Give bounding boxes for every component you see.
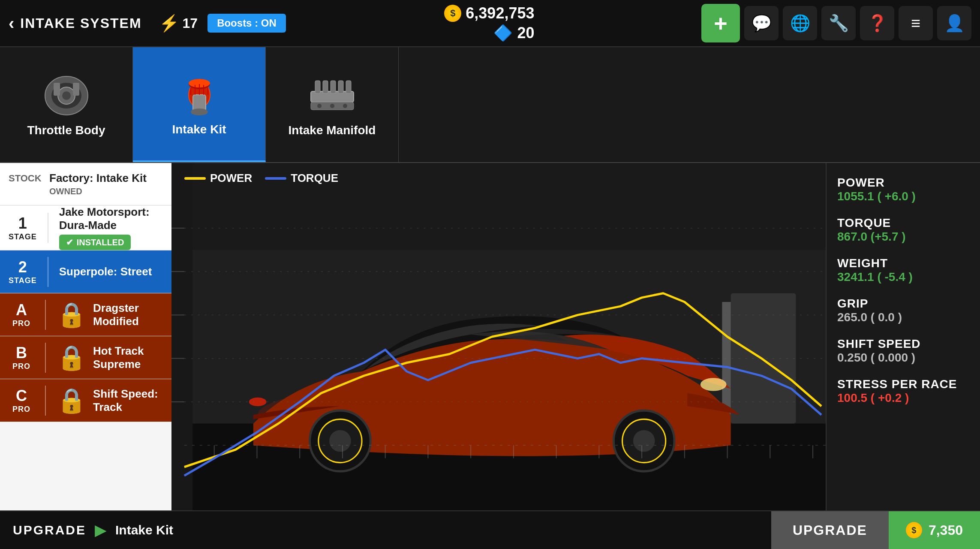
shift-speed-label: SHIFT SPEED (837, 337, 969, 351)
stat-weight: WEIGHT 3241.1 ( -5.4 ) (837, 256, 969, 284)
stageB-upgrade-item[interactable]: B PRO 🔒 Hot Track Supreme (0, 336, 171, 379)
stock-upgrade-item[interactable]: STOCK Factory: Intake Kit OWNED (0, 163, 171, 205)
back-button[interactable]: ‹ INTAKE SYSTEM (9, 14, 142, 33)
menu-button[interactable]: ≡ (899, 6, 933, 40)
stage2-name: Superpole: Street (59, 265, 163, 278)
stageB-separator (45, 343, 46, 373)
profile-button[interactable]: 👤 (937, 6, 971, 40)
boosts-button[interactable]: Boosts : ON (207, 14, 286, 33)
stageC-word: PRO (12, 405, 30, 414)
add-currency-button[interactable]: + (701, 4, 740, 42)
stock-owned: OWNED (49, 187, 163, 196)
chat-button[interactable]: 💬 (744, 6, 779, 40)
bottom-right: UPGRADE $ 7,350 (771, 511, 980, 549)
stageA-upgrade-item[interactable]: A PRO 🔒 Dragster Modified (0, 293, 171, 336)
stageC-name: Shift Speed: Track (93, 387, 163, 414)
stage2-word: STAGE (9, 276, 37, 285)
stage2-upgrade-item[interactable]: 2 STAGE Superpole: Street (0, 250, 171, 293)
question-button[interactable]: ❓ (860, 6, 894, 40)
stage1-name: Jake Motorsport: Dura-Made (59, 205, 163, 232)
tab-throttle-body[interactable]: Throttle Body (0, 47, 133, 162)
torque-value: 867.0 (+5.7 ) (837, 230, 969, 244)
tab-intake-manifold[interactable]: Intake Manifold (266, 47, 399, 162)
stageC-info: Shift Speed: Track (93, 387, 163, 414)
stage1-separator (48, 213, 48, 243)
power-value: 1055.1 ( +6.0 ) (837, 190, 969, 203)
globe-button[interactable]: 🌐 (783, 6, 817, 40)
svg-point-24 (330, 104, 334, 108)
upgrade-label: UPGRADE (13, 523, 86, 537)
chart-legend: POWER TORQUE (184, 172, 338, 185)
power-legend: POWER (184, 172, 252, 185)
weight-label: WEIGHT (837, 256, 969, 270)
gold-coin-icon: $ (444, 5, 461, 22)
upgrade-gray-button[interactable]: UPGRADE (771, 511, 889, 549)
main-content: STOCK Factory: Intake Kit OWNED 1 STAGE … (0, 163, 980, 510)
gem-currency: 🔷 20 (493, 24, 534, 42)
bottom-bar: UPGRADE ▶ Intake Kit UPGRADE $ 7,350 (0, 510, 980, 549)
svg-point-23 (317, 104, 322, 108)
stage2-separator (48, 257, 48, 287)
svg-point-9 (191, 109, 208, 115)
svg-point-3 (62, 91, 71, 100)
stat-stress: STRESS PER RACE 100.5 ( +0.2 ) (837, 377, 969, 405)
top-right-icons: + 💬 🌐 🔧 ❓ ≡ 👤 (701, 4, 971, 42)
lightning-icon: ⚡ (159, 14, 179, 33)
intake-kit-label: Intake Kit (172, 123, 226, 136)
power-legend-line (184, 177, 206, 180)
throttle-body-icon (39, 72, 94, 119)
currency-display: $ 6,392,753 🔷 20 (286, 4, 693, 42)
stress-value: 100.5 ( +0.2 ) (837, 391, 969, 405)
stageC-upgrade-item[interactable]: C PRO 🔒 Shift Speed: Track (0, 379, 171, 422)
installed-badge: ✔ INSTALLED (59, 235, 131, 250)
wrench-button[interactable]: 🔧 (821, 6, 856, 40)
stage1-word: STAGE (9, 232, 37, 241)
throttle-body-label: Throttle Body (27, 124, 105, 137)
stageA-info: Dragster Modified (93, 302, 163, 328)
stat-torque: TORQUE 867.0 (+5.7 ) (837, 216, 969, 244)
svg-rect-4 (54, 83, 60, 96)
checkmark-icon: ✔ (66, 237, 73, 247)
stageB-name: Hot Track Supreme (93, 344, 163, 371)
intake-manifold-icon (304, 72, 360, 119)
tab-intake-kit[interactable]: Intake Kit (133, 47, 266, 162)
parts-tabs: Throttle Body Intake Kit (0, 47, 980, 163)
gold-amount: 6,392,753 (466, 4, 534, 22)
grip-label: GRIP (837, 297, 969, 311)
performance-chart (171, 163, 826, 510)
cost-coin-icon: $ (906, 522, 922, 538)
stage2-info: Superpole: Street (59, 265, 163, 278)
stageA-num: A (16, 301, 27, 319)
stageB-lock-icon: 🔒 (57, 344, 87, 372)
stage2-num: 2 (18, 258, 27, 276)
stage1-upgrade-item[interactable]: 1 STAGE Jake Motorsport: Dura-Made ✔ INS… (0, 205, 171, 250)
stageB-label: B PRO (9, 344, 34, 371)
play-icon: ▶ (95, 521, 107, 539)
stress-label: STRESS PER RACE (837, 377, 969, 391)
page-title: INTAKE SYSTEM (20, 15, 141, 31)
svg-rect-21 (346, 81, 351, 94)
torque-legend-line (265, 177, 286, 180)
shift-speed-value: 0.250 ( 0.000 ) (837, 351, 969, 365)
stage1-info: Jake Motorsport: Dura-Made ✔ INSTALLED (59, 205, 163, 250)
weight-value: 3241.1 ( -5.4 ) (837, 270, 969, 284)
upgrades-panel: STOCK Factory: Intake Kit OWNED 1 STAGE … (0, 163, 171, 510)
intake-manifold-label: Intake Manifold (289, 124, 376, 137)
stageA-lock-icon: 🔒 (57, 301, 87, 329)
stock-tag: STOCK (9, 173, 43, 184)
svg-rect-18 (323, 81, 328, 94)
upgrade-green-button[interactable]: $ 7,350 (889, 511, 980, 549)
stageB-info: Hot Track Supreme (93, 344, 163, 371)
installed-label: INSTALLED (77, 238, 124, 247)
svg-point-25 (343, 104, 347, 108)
lightning-count: 17 (183, 15, 198, 31)
grip-value: 265.0 ( 0.0 ) (837, 311, 969, 324)
gold-currency: $ 6,392,753 (444, 4, 534, 22)
stageC-lock-icon: 🔒 (57, 386, 87, 415)
intake-kit-icon (171, 71, 227, 118)
stageC-separator (45, 386, 46, 416)
stageC-num: C (16, 387, 27, 405)
stageA-label: A PRO (9, 301, 34, 328)
torque-legend: TORQUE (265, 172, 338, 185)
stat-grip: GRIP 265.0 ( 0.0 ) (837, 297, 969, 324)
